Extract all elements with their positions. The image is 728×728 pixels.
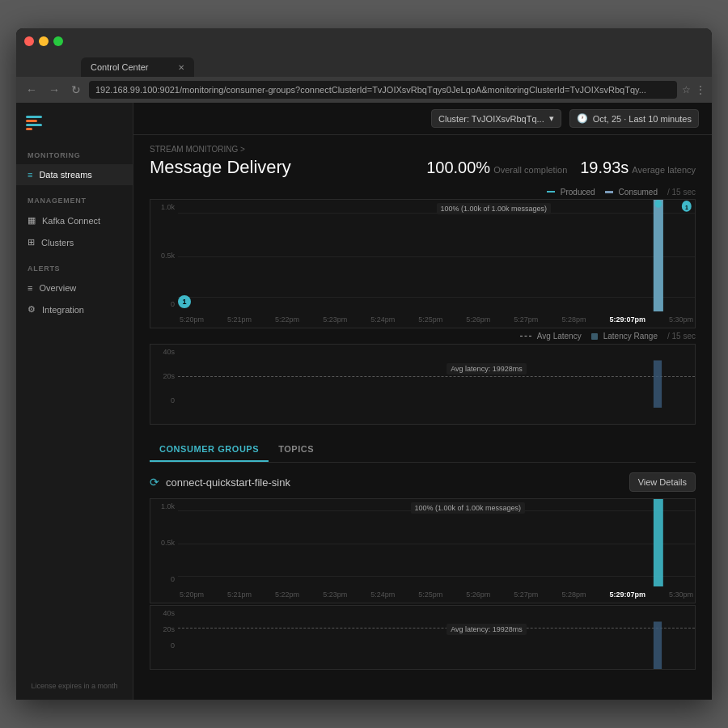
- cg-latency-tooltip: Avg latency: 19928ms: [447, 624, 526, 635]
- chart1-x-labels: 5:20pm 5:21pm 5:22pm 5:23pm 5:24pm 5:25p…: [178, 311, 695, 328]
- time-selector[interactable]: 🕐 Oct, 25 · Last 10 minutes: [569, 109, 699, 128]
- latency-chart-container: 40s 20s 0 Avg latency: 19928ms: [150, 344, 696, 425]
- consumer-group-section: ⟳ connect-quickstart-file-sink View Deta…: [133, 463, 712, 679]
- sidebar-item-integration[interactable]: ⚙ Integration: [16, 298, 133, 320]
- sidebar-item-data-streams[interactable]: ≡ Data streams: [16, 164, 133, 185]
- cg-y-label-1k: 1.0k: [161, 502, 175, 510]
- latency-label: Average latency: [632, 165, 696, 175]
- reload-button[interactable]: ↻: [68, 82, 84, 98]
- sidebar: MONITORING ≡ Data streams MANAGEMENT ▦ K…: [16, 103, 133, 700]
- kafka-connect-label: Kafka Connect: [42, 216, 100, 226]
- logo-bar-3: [26, 124, 42, 126]
- chart2-svg: [178, 345, 695, 408]
- consumed-legend-label: Consumed: [619, 188, 658, 197]
- cg-chart-body: 100% (1.00k of 1.00k messages): [178, 499, 695, 586]
- y-label-1k: 1.0k: [161, 203, 175, 211]
- tab-close-button[interactable]: ✕: [178, 63, 184, 72]
- avg-latency-legend-icon: [520, 336, 531, 336]
- chart2-body: Avg latency: 19928ms: [178, 345, 695, 408]
- chart1-y-labels: 1.0k 0.5k 0: [150, 200, 178, 311]
- view-details-button[interactable]: View Details: [629, 472, 696, 492]
- svg-text:1: 1: [685, 203, 688, 211]
- data-streams-label: Data streams: [39, 170, 91, 180]
- cg-y2-40s: 40s: [163, 609, 175, 617]
- chart1-bottom-bubble: 1: [178, 293, 191, 308]
- latency-range-legend-icon: [591, 333, 598, 340]
- bookmark-icon[interactable]: ☆: [682, 84, 691, 95]
- minimize-button[interactable]: [39, 36, 49, 46]
- top-bar: Cluster: TvJOIXsvRbqTq... ▾ 🕐 Oct, 25 · …: [133, 103, 712, 135]
- y2-label-0: 0: [171, 396, 175, 404]
- overview-label: Overview: [39, 283, 76, 293]
- avg-latency-legend-label: Avg Latency: [537, 332, 582, 341]
- tab-label: Control Center: [91, 62, 149, 72]
- cg-latency-body: Avg latency: 19928ms: [178, 606, 695, 669]
- integration-label: Integration: [42, 305, 84, 315]
- cg-latency-section: 40s 20s 0 Avg latency: 19928ms: [150, 605, 696, 670]
- logo-icon: [26, 116, 42, 130]
- y-label-05k: 0.5k: [161, 252, 175, 260]
- avg-latency-legend: Avg Latency: [520, 332, 582, 341]
- completion-stat: 100.00% Overall completion: [426, 159, 567, 177]
- cg-latency-y-labels: 40s 20s 0: [150, 606, 178, 653]
- alerts-section-label: ALERTS: [16, 253, 133, 277]
- kafka-connect-icon: ▦: [28, 215, 36, 226]
- cg-latency-svg: [178, 606, 695, 669]
- page-header: STREAM MONITORING > Message Delivery 100…: [133, 135, 712, 184]
- app-container: MONITORING ≡ Data streams MANAGEMENT ▦ K…: [16, 103, 712, 700]
- chart1-body: 1 100% (1.00k of 1.00k messages): [178, 200, 695, 311]
- main-content: Cluster: TvJOIXsvRbqTq... ▾ 🕐 Oct, 25 · …: [133, 103, 712, 700]
- page-title: Message Delivery: [150, 157, 291, 178]
- tab-topics[interactable]: TOPICS: [269, 438, 324, 462]
- sidebar-item-clusters[interactable]: ⊞ Clusters: [16, 231, 133, 253]
- browser-window: Control Center ✕ ← → ↻ ☆ ⋮ MONITORING: [16, 28, 712, 700]
- cg-chart-container: 1.0k 0.5k 0 100% (1.00k of 1.00k message…: [150, 498, 696, 603]
- stats-row: 100.00% Overall completion 19.93s Averag…: [426, 159, 696, 177]
- logo-bar-2: [26, 120, 37, 122]
- breadcrumb: STREAM MONITORING >: [150, 145, 696, 154]
- browser-titlebar: [16, 28, 712, 54]
- latency-range-legend-label: Latency Range: [603, 332, 658, 341]
- close-button[interactable]: [24, 36, 34, 46]
- back-button[interactable]: ←: [23, 82, 40, 98]
- legend-consumed: Consumed: [605, 188, 658, 197]
- sidebar-item-kafka-connect[interactable]: ▦ Kafka Connect: [16, 210, 133, 231]
- cg-chart-tooltip: 100% (1.00k of 1.00k messages): [411, 502, 526, 514]
- consumer-group-header: ⟳ connect-quickstart-file-sink View Deta…: [150, 472, 696, 492]
- consumer-group-name: ⟳ connect-quickstart-file-sink: [150, 476, 290, 489]
- browser-tab[interactable]: Control Center ✕: [81, 57, 194, 77]
- main-chart-container: 1.0k 0.5k 0: [150, 199, 696, 328]
- maximize-button[interactable]: [53, 36, 63, 46]
- consumer-group-icon: ⟳: [150, 476, 159, 489]
- browser-toolbar: ← → ↻ ☆ ⋮: [16, 77, 712, 103]
- license-footer: License expires in a month: [16, 672, 133, 700]
- consumed-legend-icon: [605, 191, 613, 193]
- chart2-tooltip: Avg latency: 19928ms: [447, 363, 526, 375]
- monitoring-section-label: MONITORING: [16, 140, 133, 164]
- cg-x-labels: 5:20pm 5:21pm 5:22pm 5:23pm 5:24pm 5:25p…: [178, 586, 695, 603]
- tab-consumer-groups[interactable]: CONSUMER GROUPS: [150, 438, 269, 462]
- license-text: License expires in a month: [31, 682, 117, 690]
- latency-value: 19.93s: [580, 159, 629, 177]
- chart2-per-label: / 15 sec: [667, 332, 696, 341]
- chart1-bubble: 1: [178, 295, 191, 308]
- management-section-label: MANAGEMENT: [16, 185, 133, 210]
- main-chart-section: Produced Consumed / 15 sec 1.0k 0.5k 0: [133, 184, 712, 431]
- cg-y-label-0: 0: [171, 575, 175, 583]
- sidebar-item-overview[interactable]: ≡ Overview: [16, 277, 133, 298]
- svg-point-2: [655, 200, 662, 208]
- y2-label-20s: 20s: [163, 372, 175, 380]
- browser-tab-bar: Control Center ✕: [16, 54, 712, 77]
- cg-y2-0: 0: [171, 641, 175, 650]
- legend-produced: Produced: [547, 188, 595, 197]
- cluster-selector[interactable]: Cluster: TvJOIXsvRbqTq... ▾: [431, 109, 561, 128]
- clock-icon: 🕐: [577, 113, 588, 124]
- clusters-label: Clusters: [41, 238, 74, 248]
- forward-button[interactable]: →: [45, 82, 63, 98]
- logo-bar-1: [26, 116, 42, 118]
- completion-value: 100.00%: [426, 159, 490, 177]
- cg-y-label-05k: 0.5k: [161, 539, 175, 547]
- svg-rect-5: [654, 361, 662, 408]
- address-bar[interactable]: [89, 81, 677, 99]
- menu-icon[interactable]: ⋮: [696, 84, 705, 95]
